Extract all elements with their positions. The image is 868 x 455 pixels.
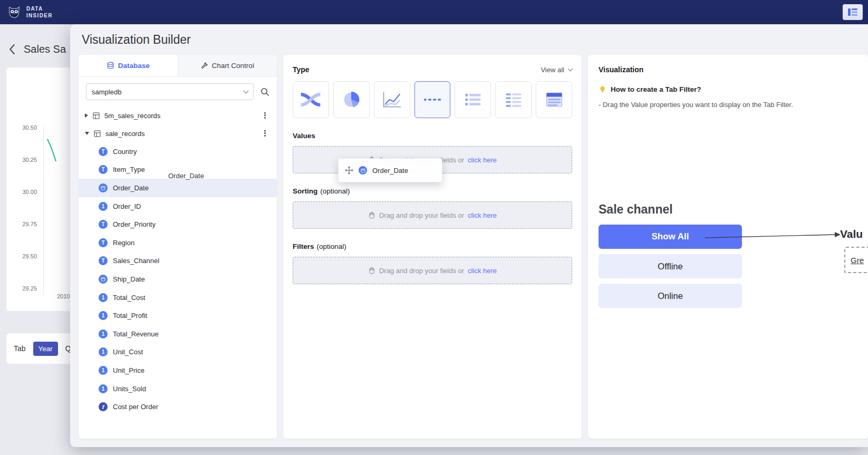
dashboard-panel-button[interactable] <box>843 4 863 20</box>
drag-hand-icon <box>368 211 375 219</box>
dataset-row[interactable]: sale_records ⋮ <box>79 124 277 142</box>
section-label: Sorting(optional) <box>293 187 572 195</box>
chart-type-selector <box>293 81 572 118</box>
clipped-annotation-link[interactable]: Gre <box>851 256 864 265</box>
filter-button[interactable]: Show All <box>599 225 742 249</box>
field-name: Units_Sold <box>113 385 146 393</box>
chart-type-tile-sankey[interactable] <box>293 81 329 118</box>
field-type-icon <box>99 275 108 284</box>
field-name: Item_Type <box>113 166 145 173</box>
page-title: Sales Sa <box>24 43 66 55</box>
caret-icon[interactable] <box>85 132 89 135</box>
dropzone-click-here-link[interactable]: click here <box>468 211 497 219</box>
date-field-icon <box>359 166 367 175</box>
type-header: Type View all <box>293 65 572 74</box>
back-button[interactable] <box>8 44 15 55</box>
chart-type-tile-pie[interactable] <box>333 81 370 118</box>
page-header: Sales Sa <box>8 43 66 55</box>
field-row[interactable]: 1 Total_Cost <box>79 288 277 307</box>
chart-type-tile-detail-list[interactable] <box>495 81 532 118</box>
dropzone[interactable]: Drag and drop your fields or click here <box>293 201 572 229</box>
field-row[interactable]: 1 Total_Revenue <box>79 325 277 343</box>
field-name: Ship_Date <box>113 275 145 283</box>
line-chart-icon <box>381 90 402 109</box>
y-axis-line <box>43 125 44 295</box>
caret-icon[interactable] <box>85 113 88 118</box>
field-row[interactable]: Ship_Date <box>79 270 277 288</box>
field-row[interactable]: 1 Order_ID <box>79 197 277 216</box>
dropzone-click-here-link[interactable]: click here <box>468 267 497 275</box>
chevron-down-icon <box>244 88 249 93</box>
pie-icon <box>342 90 361 109</box>
field-type-icon: f <box>99 402 108 411</box>
field-type-icon: T <box>99 256 108 265</box>
chart-type-tile-value[interactable] <box>414 81 451 118</box>
line-chart-segment <box>44 135 65 167</box>
visualization-builder-modal: Visualization Builder Database Chart Con… <box>70 24 868 447</box>
search-icon[interactable] <box>260 87 269 96</box>
datasource-row: sampledb <box>79 77 277 107</box>
filter-button[interactable]: Offline <box>599 254 742 278</box>
dropzone-click-here-link[interactable]: click here <box>468 156 497 164</box>
chart-type-tile-table[interactable] <box>536 81 572 118</box>
brand-text: DATA INSIDER <box>26 5 53 19</box>
dataset-name: sale_records <box>105 130 255 138</box>
field-type-icon: T <box>99 238 108 247</box>
datasource-select[interactable]: sampledb <box>86 83 254 100</box>
list-icon <box>462 90 484 109</box>
y-axis: 30.5030.2530.0029.7529.5029.25 <box>13 124 37 317</box>
field-row[interactable]: f Cost per Order <box>79 398 277 416</box>
field-row[interactable]: T Sales_Channel <box>79 252 277 270</box>
drag-ghost-card[interactable]: Order_Date <box>338 158 442 182</box>
modal-title: Visualization Builder <box>82 33 191 47</box>
field-row[interactable]: 1 Unit_Cost <box>79 343 277 362</box>
chart-type-tile-line-chart[interactable] <box>374 81 410 118</box>
sankey-icon <box>299 89 322 110</box>
panel-tab-bar: Database Chart Control <box>79 55 277 77</box>
bg-tab[interactable]: Tab <box>14 344 26 353</box>
field-row[interactable]: Order_Date <box>79 179 277 197</box>
database-icon <box>107 62 114 70</box>
dropzone-text: Drag and drop your fields or <box>379 267 464 275</box>
field-name: Total_Revenue <box>113 330 159 338</box>
field-type-icon: 1 <box>99 293 108 302</box>
dataset-name: 5m_sales_records <box>104 112 255 120</box>
field-type-icon: 1 <box>99 330 108 338</box>
move-icon <box>345 166 353 175</box>
panel-tab[interactable]: Database <box>79 55 178 76</box>
chart-type-tile-list[interactable] <box>455 81 491 118</box>
field-row[interactable]: T Region <box>79 234 277 252</box>
view-all-button[interactable]: View all <box>541 66 572 74</box>
dropzone[interactable]: Drag and drop your fields or click here <box>293 257 572 284</box>
widget-title: Sale channel <box>599 202 673 217</box>
field-row[interactable]: 1 Total_Profit <box>79 306 277 325</box>
x-axis-tick: 2010 <box>57 293 70 299</box>
kebab-menu-icon[interactable]: ⋮ <box>259 129 271 138</box>
top-bar: DATA INSIDER <box>0 0 868 24</box>
panel-tab-label: Chart Control <box>212 62 254 70</box>
section-label: Filters(optional) <box>293 243 572 250</box>
field-list: T Country T Item_Type Order_Date 1 Order… <box>79 142 277 416</box>
field-row[interactable]: 1 Unit_Price <box>79 361 277 380</box>
tip-row: How to create a Tab Filter? <box>599 85 857 93</box>
field-row[interactable]: T Order_Priority <box>79 215 277 234</box>
kebab-menu-icon[interactable]: ⋮ <box>259 111 271 120</box>
field-row[interactable]: T Country <box>79 142 277 161</box>
field-row[interactable]: 1 Units_Sold <box>79 380 277 398</box>
field-type-icon: 1 <box>99 202 108 211</box>
board-layout-icon <box>848 8 857 16</box>
field-name: Region <box>113 239 134 247</box>
dataset-row[interactable]: 5m_sales_records ⋮ <box>79 107 277 124</box>
drop-section: Sorting(optional) Drag and drop your fie… <box>293 187 572 229</box>
filter-button[interactable]: Online <box>599 284 742 308</box>
panel-tab[interactable]: Chart Control <box>178 55 277 76</box>
field-type-icon: 1 <box>99 366 108 375</box>
field-type-icon: T <box>99 147 108 156</box>
view-all-label: View all <box>541 66 564 74</box>
table-icon <box>544 90 565 109</box>
bg-tab[interactable]: Year <box>33 342 58 356</box>
field-name: Order_Date <box>113 184 149 192</box>
table-grid-icon <box>94 130 101 137</box>
table-grid-icon <box>93 112 100 119</box>
drag-hand-icon <box>368 267 375 274</box>
